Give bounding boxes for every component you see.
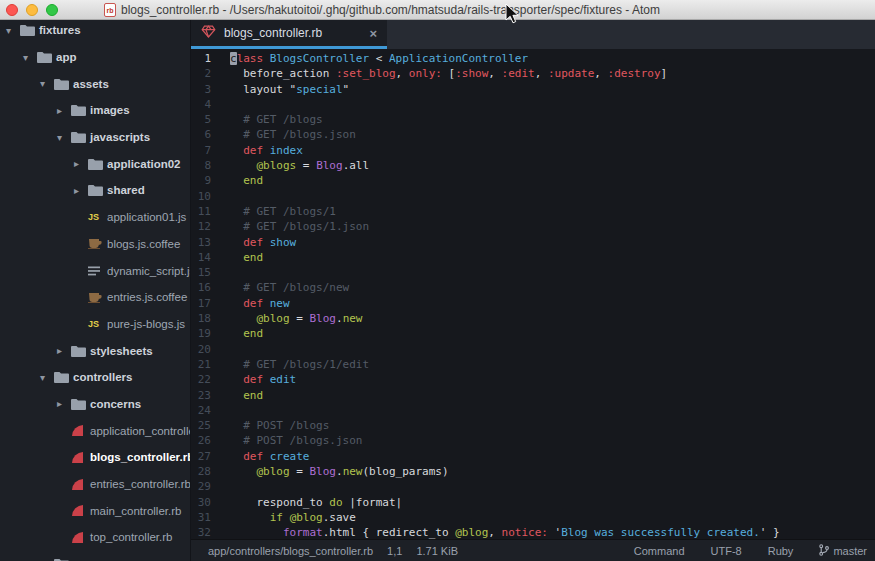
- line-number[interactable]: 4: [191, 97, 211, 112]
- tree-item-application02[interactable]: ▸application02: [0, 150, 190, 177]
- status-mode[interactable]: Command: [634, 545, 685, 557]
- code-line-12[interactable]: 12 # GET /blogs/1.json: [191, 219, 875, 234]
- tree-item-concerns[interactable]: ▸concerns: [0, 391, 190, 418]
- status-grammar[interactable]: Ruby: [768, 545, 794, 557]
- tree-item-fixtures[interactable]: ▾fixtures: [0, 20, 190, 44]
- line-number[interactable]: 29: [191, 479, 211, 494]
- tree-item-stylesheets[interactable]: ▸stylesheets: [0, 337, 190, 364]
- status-encoding[interactable]: UTF-8: [711, 545, 742, 557]
- tree-item-images[interactable]: ▸images: [0, 97, 190, 124]
- tab-close-icon[interactable]: ×: [369, 26, 377, 41]
- chevron-right-icon[interactable]: ▸: [57, 105, 71, 116]
- line-number[interactable]: 17: [191, 296, 211, 311]
- line-number[interactable]: 27: [191, 449, 211, 464]
- code-line-31[interactable]: 31 if @blog.save: [191, 510, 875, 525]
- line-number[interactable]: 11: [191, 204, 211, 219]
- code-line-3[interactable]: 3 layout "special": [191, 82, 875, 97]
- tree-item-top-controller-rb[interactable]: top_controller.rb: [0, 524, 190, 551]
- tree-item-application-controller-rb[interactable]: application_controller.rb: [0, 417, 190, 444]
- code-line-13[interactable]: 13 def show: [191, 235, 875, 250]
- code-line-2[interactable]: 2 before_action :set_blog, only: [:show,…: [191, 66, 875, 81]
- tree-item-blogs-controller-rb[interactable]: blogs_controller.rb: [0, 444, 190, 471]
- tree-item-blogs-js-coffee[interactable]: blogs.js.coffee: [0, 231, 190, 258]
- chevron-down-icon[interactable]: ▾: [6, 25, 20, 36]
- tree-item-entries-js-coffee[interactable]: entries.js.coffee: [0, 284, 190, 311]
- file-tree[interactable]: ▾fixtures▾app▾assets▸images▾javascripts▸…: [0, 20, 190, 561]
- line-number[interactable]: 15: [191, 265, 211, 280]
- tree-item-dynamic-script-js[interactable]: dynamic_script.js: [0, 257, 190, 284]
- code-line-29[interactable]: 29: [191, 479, 875, 494]
- chevron-down-icon[interactable]: ▾: [23, 52, 37, 63]
- line-number[interactable]: 21: [191, 357, 211, 372]
- tree-item-shared[interactable]: ▸shared: [0, 177, 190, 204]
- tree-item-entries-controller-rb[interactable]: entries_controller.rb: [0, 471, 190, 498]
- line-number[interactable]: 12: [191, 219, 211, 234]
- code-line-10[interactable]: 10: [191, 189, 875, 204]
- code-line-15[interactable]: 15: [191, 265, 875, 280]
- code-line-27[interactable]: 27 def create: [191, 449, 875, 464]
- line-number[interactable]: 31: [191, 510, 211, 525]
- code-line-32[interactable]: 32 format.html { redirect_to @blog, noti…: [191, 525, 875, 539]
- code-line-25[interactable]: 25 # POST /blogs: [191, 418, 875, 433]
- tree-item-app[interactable]: ▾app: [0, 44, 190, 71]
- code-line-16[interactable]: 16 # GET /blogs/new: [191, 280, 875, 295]
- chevron-right-icon[interactable]: ▸: [57, 398, 71, 409]
- code-line-26[interactable]: 26 # POST /blogs.json: [191, 433, 875, 448]
- line-number[interactable]: 2: [191, 66, 211, 81]
- code-line-11[interactable]: 11 # GET /blogs/1: [191, 204, 875, 219]
- code-line-1[interactable]: 1class BlogsController < ApplicationCont…: [191, 51, 875, 66]
- code-line-19[interactable]: 19 end: [191, 326, 875, 341]
- code-line-7[interactable]: 7 def index: [191, 143, 875, 158]
- status-branch-segment[interactable]: master: [819, 544, 867, 558]
- chevron-right-icon[interactable]: ▸: [74, 158, 88, 169]
- code-line-22[interactable]: 22 def edit: [191, 372, 875, 387]
- code-line-24[interactable]: 24: [191, 403, 875, 418]
- code-line-6[interactable]: 6 # GET /blogs.json: [191, 127, 875, 142]
- code-line-30[interactable]: 30 respond_to do |format|: [191, 495, 875, 510]
- line-number[interactable]: 20: [191, 342, 211, 357]
- line-number[interactable]: 8: [191, 158, 211, 173]
- code-line-18[interactable]: 18 @blog = Blog.new: [191, 311, 875, 326]
- line-number[interactable]: 13: [191, 235, 211, 250]
- line-number[interactable]: 1: [191, 51, 211, 66]
- line-number[interactable]: 14: [191, 250, 211, 265]
- tab-bar[interactable]: blogs_controller.rb ×: [191, 20, 875, 49]
- line-number[interactable]: 18: [191, 311, 211, 326]
- line-number[interactable]: 16: [191, 280, 211, 295]
- chevron-right-icon[interactable]: ▸: [57, 345, 71, 356]
- chevron-down-icon[interactable]: ▾: [40, 372, 54, 383]
- code-line-4[interactable]: 4: [191, 97, 875, 112]
- code-line-21[interactable]: 21 # GET /blogs/1/edit: [191, 357, 875, 372]
- tree-item-javascripts[interactable]: ▾javascripts: [0, 124, 190, 151]
- line-number[interactable]: 6: [191, 127, 211, 142]
- tree-item-assets[interactable]: ▾assets: [0, 70, 190, 97]
- line-number[interactable]: 30: [191, 495, 211, 510]
- line-number[interactable]: 25: [191, 418, 211, 433]
- line-number[interactable]: 24: [191, 403, 211, 418]
- line-number[interactable]: 5: [191, 112, 211, 127]
- code-line-20[interactable]: 20: [191, 342, 875, 357]
- line-number[interactable]: 28: [191, 464, 211, 479]
- minimize-window-button[interactable]: [26, 4, 38, 16]
- tree-item-pure-js-blogs-js[interactable]: JSpure-js-blogs.js: [0, 311, 190, 338]
- line-number[interactable]: 10: [191, 189, 211, 204]
- status-cursor-position[interactable]: 1,1: [387, 545, 402, 557]
- code-line-28[interactable]: 28 @blog = Blog.new(blog_params): [191, 464, 875, 479]
- chevron-down-icon[interactable]: ▾: [40, 78, 54, 89]
- code-line-8[interactable]: 8 @blogs = Blog.all: [191, 158, 875, 173]
- zoom-window-button[interactable]: [46, 4, 58, 16]
- editor[interactable]: 1class BlogsController < ApplicationCont…: [191, 49, 875, 539]
- chevron-right-icon[interactable]: ▸: [74, 185, 88, 196]
- code-line-14[interactable]: 14 end: [191, 250, 875, 265]
- line-number[interactable]: 19: [191, 326, 211, 341]
- code-line-17[interactable]: 17 def new: [191, 296, 875, 311]
- tree-item-empty[interactable]: ▸: [0, 551, 190, 561]
- line-number[interactable]: 9: [191, 173, 211, 188]
- tree-item-controllers[interactable]: ▾controllers: [0, 364, 190, 391]
- code-line-5[interactable]: 5 # GET /blogs: [191, 112, 875, 127]
- line-number[interactable]: 22: [191, 372, 211, 387]
- chevron-down-icon[interactable]: ▾: [57, 132, 71, 143]
- line-number[interactable]: 32: [191, 525, 211, 539]
- code-line-23[interactable]: 23 end: [191, 388, 875, 403]
- tree-item-main-controller-rb[interactable]: main_controller.rb: [0, 497, 190, 524]
